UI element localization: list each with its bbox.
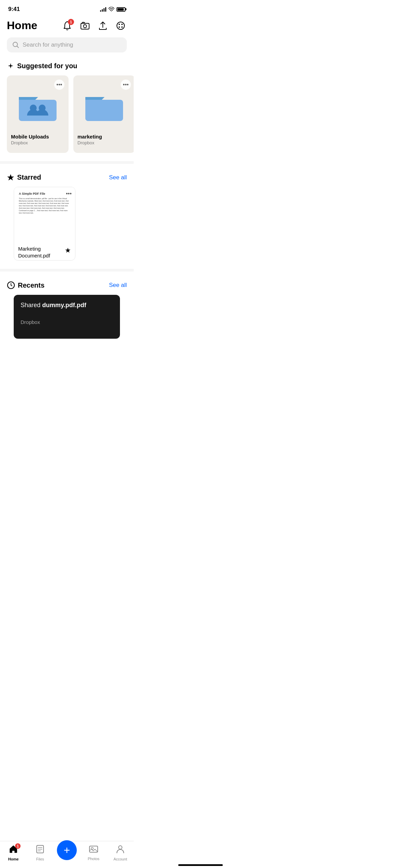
header: Home 1 [0, 16, 134, 36]
recent-item-text: Shared dummy.pdf.pdf [21, 302, 113, 309]
starred-file-card-1[interactable]: ••• A Simple PDF File This is a small de… [14, 187, 75, 261]
recents-header: Recents See all [0, 278, 134, 295]
signal-bars-icon [100, 7, 106, 12]
starred-see-all[interactable]: See all [109, 174, 127, 181]
folder-source-1: Dropbox [11, 140, 64, 149]
search-placeholder: Search for anything [23, 41, 73, 48]
file-preview: ••• A Simple PDF File This is a small de… [14, 187, 75, 242]
svg-point-10 [121, 24, 123, 25]
file-preview-content: This is a small demonstration .pdf file … [19, 197, 70, 214]
upload-button[interactable] [97, 20, 109, 32]
recents-title: Recents [7, 281, 45, 289]
folder-source-2: Dropbox [77, 140, 131, 149]
suggested-title: Suggested for you [7, 62, 77, 70]
folder-card-marketing[interactable]: ••• marketing Dropbox [73, 75, 134, 153]
file-preview-title: A Simple PDF File [19, 192, 70, 195]
recents-list: Shared dummy.pdf.pdf Dropbox [0, 295, 134, 373]
starred-section: Starred See all ••• A Simple PDF File Th… [0, 164, 134, 269]
star-section-icon [7, 174, 14, 181]
status-bar: 9:41 [0, 0, 134, 16]
header-actions: 1 [61, 20, 127, 32]
upload-icon [99, 21, 107, 30]
svg-point-0 [111, 11, 112, 12]
recent-item-source: Dropbox [21, 319, 113, 325]
status-icons [100, 7, 125, 12]
battery-icon [117, 7, 125, 12]
page-title: Home [7, 19, 37, 32]
folder-icon [85, 90, 123, 121]
folder-name-2: marketing [77, 130, 131, 140]
svg-point-12 [121, 26, 123, 28]
svg-point-2 [84, 25, 87, 28]
palette-icon [116, 21, 125, 30]
folder-more-button-2[interactable]: ••• [121, 80, 131, 90]
starred-header: Starred See all [0, 171, 134, 187]
folder-shared-icon [19, 90, 57, 121]
camera-button[interactable] [79, 20, 91, 32]
suggested-header: Suggested for you [0, 59, 134, 75]
folder-name-1: Mobile Uploads [11, 130, 64, 140]
file-name: Marketing Document.pdf [18, 245, 65, 259]
folder-card-mobile-uploads[interactable]: ••• Mob [7, 75, 69, 153]
section-divider-1 [0, 161, 134, 164]
svg-rect-1 [81, 23, 89, 29]
camera-icon [81, 22, 89, 30]
clock-icon [7, 281, 15, 289]
notifications-button[interactable]: 1 [61, 20, 73, 32]
svg-point-9 [119, 24, 120, 25]
theme-button[interactable] [114, 20, 127, 32]
sparkle-icon [7, 62, 14, 70]
notification-badge: 1 [68, 19, 74, 25]
section-divider-2 [0, 269, 134, 272]
folder-more-button-1[interactable]: ••• [54, 80, 64, 90]
recents-see-all[interactable]: See all [109, 282, 127, 289]
recents-section: Recents See all Shared dummy.pdf.pdf Dro… [0, 272, 134, 373]
wifi-icon [108, 7, 114, 12]
search-bar[interactable]: Search for anything [7, 37, 127, 52]
starred-list: ••• A Simple PDF File This is a small de… [0, 187, 134, 269]
svg-point-8 [117, 22, 124, 29]
svg-point-11 [119, 26, 120, 28]
suggested-section: Suggested for you ••• [0, 59, 134, 161]
status-time: 9:41 [8, 6, 20, 13]
search-icon [12, 41, 19, 48]
star-toggle[interactable]: ★ [65, 246, 71, 254]
starred-title: Starred [7, 173, 41, 181]
suggested-row: ••• Mob [0, 75, 134, 161]
file-more-button[interactable]: ••• [66, 191, 72, 197]
file-info-row: Marketing Document.pdf ★ [18, 242, 71, 260]
recent-item-1[interactable]: Shared dummy.pdf.pdf Dropbox [14, 295, 120, 339]
